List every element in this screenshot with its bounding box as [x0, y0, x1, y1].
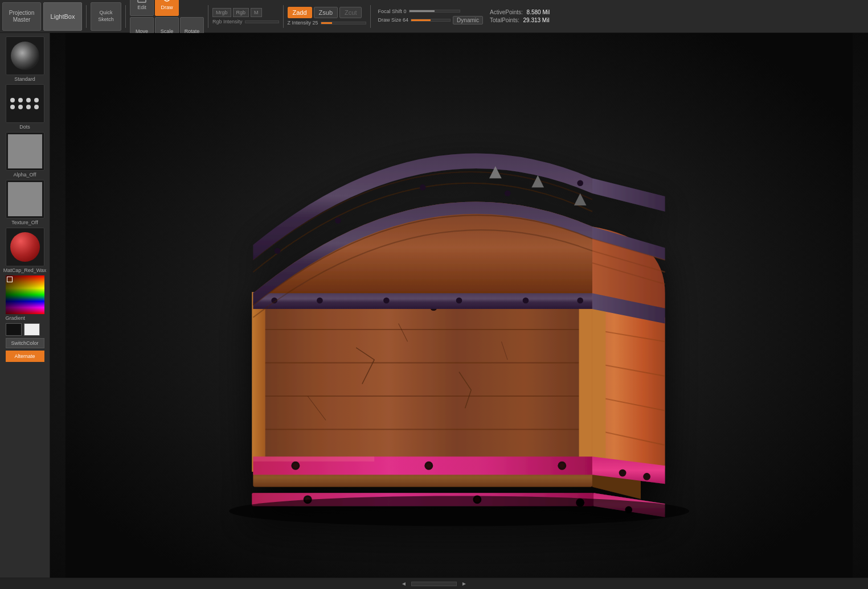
svg-point-44 [275, 248, 281, 254]
brush-alpha-item[interactable]: Alpha_Off [5, 132, 46, 178]
svg-point-30 [643, 473, 650, 480]
projection-master-label: Projection [9, 10, 34, 17]
svg-point-39 [523, 298, 529, 304]
scroll-left-arrow[interactable]: ◄ [401, 580, 407, 587]
svg-rect-19 [579, 292, 592, 472]
edit-label: Edit [137, 5, 146, 10]
focal-shift-slider[interactable] [409, 10, 460, 13]
draw-button[interactable]: Draw [155, 0, 179, 16]
svg-point-26 [427, 463, 432, 468]
svg-point-29 [619, 469, 627, 477]
swatch-black[interactable] [6, 323, 22, 336]
svg-point-48 [577, 180, 583, 186]
total-points-label: TotalPoints: [490, 17, 519, 23]
switchcolor-button[interactable]: SwitchColor [6, 338, 44, 348]
brush-texture-item[interactable]: Texture_Off [5, 180, 46, 225]
dynamic-button[interactable]: Dynamic [453, 16, 483, 24]
points-info: ActivePoints: 8.580 Mil TotalPoints: 29.… [490, 9, 550, 23]
brush-dots-item[interactable]: Dots [5, 84, 46, 130]
alternate-button[interactable]: Alternate [6, 351, 44, 362]
alternate-label: Alternate [14, 353, 35, 359]
lightbox-button[interactable]: LightBox [43, 2, 82, 31]
svg-rect-60 [253, 456, 374, 462]
m-button[interactable]: M [251, 8, 262, 17]
svg-rect-0 [138, 0, 146, 2]
brush-standard-icon [11, 42, 39, 70]
lightbox-label: LightBox [51, 13, 75, 20]
rgb-intensity-slider[interactable] [245, 20, 279, 23]
toolbar-divider-4 [283, 5, 284, 28]
toolbar: Projection Master LightBox Quick Sketch … [0, 0, 868, 33]
brush-alpha-label: Alpha_Off [14, 172, 36, 178]
brush-dots-icon [7, 94, 43, 113]
svg-point-2 [164, 0, 170, 1]
svg-point-45 [335, 217, 341, 224]
brush-alpha-icon [8, 134, 42, 168]
zcut-button[interactable]: Zcut [339, 7, 362, 18]
svg-point-40 [577, 298, 583, 304]
svg-point-38 [456, 298, 462, 304]
zadd-zsub-group: Zadd Zsub Zcut Z Intensity 25 [288, 7, 366, 26]
zsub-button[interactable]: Zsub [314, 7, 338, 18]
brush-dots-label: Dots [19, 124, 30, 130]
toolbar-divider-5 [370, 5, 371, 28]
brush-standard-preview [6, 36, 44, 75]
brush-matcap-preview [6, 228, 44, 266]
quick-sketch-line1: Quick [99, 10, 112, 17]
focal-shift-label: Focal Shift 0 [378, 9, 407, 14]
focal-drawsize-group: Focal Shift 0 Draw Size 64 Dynamic [378, 9, 483, 24]
projection-master-sublabel: Master [13, 17, 31, 23]
svg-rect-7 [253, 293, 592, 472]
active-points-value: 8.580 Mil [527, 9, 550, 15]
rgb-button[interactable]: Rgb [233, 8, 249, 17]
projection-master-button[interactable]: Projection Master [2, 2, 41, 31]
brush-matcap-label: MatCap_Red_Wax [3, 267, 47, 273]
color-swatches [6, 323, 44, 336]
total-points-value: 29.313 Mil [523, 17, 549, 23]
svg-marker-20 [592, 292, 605, 472]
svg-rect-18 [252, 292, 265, 472]
z-intensity-label: Z Intensity 25 [288, 20, 318, 26]
svg-point-46 [420, 184, 426, 191]
edit-button[interactable]: Edit [130, 0, 154, 16]
brush-standard-label: Standard [14, 76, 35, 82]
canvas-background [50, 33, 868, 578]
svg-point-28 [560, 463, 565, 468]
draw-label: Draw [161, 5, 173, 10]
left-panel: Standard Dots [0, 33, 50, 578]
canvas-area[interactable] [50, 33, 868, 578]
svg-rect-33 [253, 292, 592, 309]
scroll-right-arrow[interactable]: ► [461, 580, 467, 587]
draw-size-label: Draw Size 64 [378, 17, 409, 23]
toolbar-divider-1 [86, 5, 87, 28]
brush-dots-preview [6, 84, 44, 123]
gradient-label: Gradient [6, 315, 26, 321]
rgb-intensity-label: Rgb Intensity [212, 19, 243, 24]
svg-point-37 [383, 298, 390, 304]
swatch-white[interactable] [24, 323, 40, 336]
color-active-indicator [7, 277, 13, 282]
svg-point-61 [229, 496, 689, 526]
z-intensity-slider[interactable] [321, 22, 366, 24]
svg-point-24 [293, 463, 298, 468]
toolbar-divider-2 [125, 5, 126, 28]
toolbar-divider-3 [208, 5, 208, 28]
quick-sketch-line2: Sketch [98, 17, 114, 23]
quick-sketch-button[interactable]: Quick Sketch [91, 2, 121, 31]
brush-matcap-icon [10, 232, 40, 262]
brush-matcap-item[interactable]: MatCap_Red_Wax [5, 228, 46, 273]
brush-standard-item[interactable]: Standard [5, 36, 46, 82]
brush-texture-icon [8, 182, 42, 216]
switchcolor-label: SwitchColor [11, 340, 38, 346]
horizontal-scrollbar[interactable] [411, 582, 457, 586]
mrgb-group: Mrgb Rgb M Rgb Intensity [212, 8, 279, 24]
color-gradient-box[interactable] [6, 275, 44, 314]
treasure-chest-viewport [50, 33, 868, 578]
svg-point-36 [317, 298, 323, 304]
active-points-label: ActivePoints: [490, 9, 523, 15]
zadd-button[interactable]: Zadd [288, 7, 312, 18]
draw-size-slider[interactable] [411, 19, 451, 22]
color-picker[interactable]: Gradient [6, 275, 44, 336]
mrgb-button[interactable]: Mrgb [212, 8, 231, 17]
svg-point-47 [505, 190, 511, 196]
